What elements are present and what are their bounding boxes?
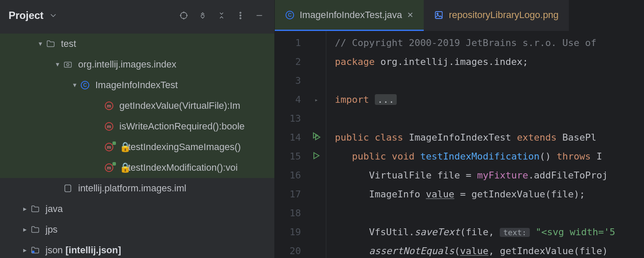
inlay-hint: text: xyxy=(500,228,530,237)
run-class-icon[interactable] xyxy=(312,128,321,147)
chevron-down-icon: ▾ xyxy=(70,81,79,89)
project-tool-window: Project ▾ xyxy=(0,0,275,258)
file-icon xyxy=(62,184,74,193)
tree-node-class[interactable]: ▾ C ImageInfoIndexTest xyxy=(0,75,274,95)
svg-rect-22 xyxy=(32,251,35,253)
svg-text:C: C xyxy=(83,82,87,88)
folder-icon xyxy=(29,225,41,234)
module-folder-icon xyxy=(29,246,41,255)
svg-rect-9 xyxy=(64,62,72,68)
tree-label: org.intellij.images.index xyxy=(78,59,176,70)
chevron-right-icon: ▸ xyxy=(21,205,29,213)
tree-node-test-folder[interactable]: ▾ test xyxy=(0,34,274,54)
project-panel-title[interactable]: Project xyxy=(9,9,60,22)
tree-label: testIndexingSameImages() xyxy=(128,141,241,153)
minimize-icon[interactable] xyxy=(253,9,266,22)
tree-label: isWriteActionRequired():boole xyxy=(119,121,245,132)
svg-text:C: C xyxy=(288,12,292,18)
tab-label: ImageInfoIndexTest.java xyxy=(300,9,402,21)
svg-text:m: m xyxy=(107,165,111,170)
fold-icon[interactable]: ▸ xyxy=(315,90,318,109)
project-tree[interactable]: ▾ test ▾ org.intellij.images.index ▾ C I… xyxy=(0,31,274,258)
chevron-down-icon: ▾ xyxy=(36,40,45,48)
image-icon xyxy=(434,10,444,20)
svg-text:m: m xyxy=(107,103,111,108)
class-icon: C xyxy=(285,10,295,20)
method-run-icon: m xyxy=(103,142,115,152)
tree-node-json-folder[interactable]: ▸ json [intellij.json] xyxy=(0,240,274,258)
svg-point-10 xyxy=(67,64,69,66)
svg-rect-21 xyxy=(65,185,71,192)
method-icon: m xyxy=(103,122,115,131)
code-editor[interactable]: 1 2 3 4 13 14 15 16 17 18 19 20 ▸ xyxy=(275,31,644,258)
svg-rect-25 xyxy=(435,12,442,18)
project-panel-header: Project xyxy=(0,0,274,31)
chevron-down-icon xyxy=(47,9,60,22)
tree-label: getIndexValue(VirtualFile):Im xyxy=(119,100,240,111)
tree-label: json [intellij.json] xyxy=(46,245,121,256)
svg-point-5 xyxy=(240,12,241,13)
tree-label: ImageInfoIndexTest xyxy=(95,80,178,91)
tree-node-java-folder[interactable]: ▸ java xyxy=(0,199,274,219)
class-icon: C xyxy=(79,80,91,90)
folder-icon xyxy=(29,204,41,214)
editor-tabs: C ImageInfoIndexTest.java ✕ repositoryLi… xyxy=(275,0,644,31)
collapse-all-icon[interactable] xyxy=(215,9,228,22)
tree-node-method[interactable]: m getIndexValue(VirtualFile):Im xyxy=(0,95,274,116)
tree-label: intellij.platform.images.iml xyxy=(78,183,186,194)
more-vertical-icon[interactable] xyxy=(234,9,247,22)
tree-label: java xyxy=(46,203,63,215)
tab-inactive-file[interactable]: repositoryLibraryLogo.png xyxy=(424,0,569,31)
method-icon: m xyxy=(103,101,115,111)
tree-node-method[interactable]: m isWriteActionRequired():boole xyxy=(0,116,274,137)
gutter-run-icons: ▸ xyxy=(307,31,326,258)
svg-text:m: m xyxy=(107,124,111,129)
tab-label: repositoryLibraryLogo.png xyxy=(449,9,559,21)
method-run-icon: m xyxy=(103,163,115,172)
code-content[interactable]: // Copyright 2000-2019 JetBrains s.r.o. … xyxy=(326,31,644,258)
tree-node-package[interactable]: ▾ org.intellij.images.index xyxy=(0,54,274,75)
run-test-icon[interactable] xyxy=(313,147,320,166)
package-icon xyxy=(62,60,74,69)
svg-point-0 xyxy=(181,12,187,19)
target-icon[interactable] xyxy=(177,9,190,22)
tree-node-test-method[interactable]: m 🔒 testIndexModification():voi xyxy=(0,157,274,178)
close-icon[interactable]: ✕ xyxy=(407,10,413,20)
svg-marker-29 xyxy=(314,153,319,159)
svg-point-6 xyxy=(240,15,241,16)
chevron-right-icon: ▸ xyxy=(21,246,29,254)
tab-active-file[interactable]: C ImageInfoIndexTest.java ✕ xyxy=(275,0,424,31)
chevron-right-icon: ▸ xyxy=(21,225,29,233)
tree-node-iml-file[interactable]: intellij.platform.images.iml xyxy=(0,178,274,199)
tree-label: jps xyxy=(46,224,58,235)
lock-icon: 🔒 xyxy=(119,162,125,173)
chevron-down-icon: ▾ xyxy=(53,60,62,68)
svg-point-26 xyxy=(437,13,438,14)
tree-label: test xyxy=(61,38,76,49)
panel-title-label: Project xyxy=(9,9,43,22)
svg-text:m: m xyxy=(107,144,111,150)
svg-point-7 xyxy=(240,18,241,19)
folder-icon xyxy=(45,39,57,49)
tree-label: testIndexModification():voi xyxy=(128,162,238,173)
gutter-line-numbers: 1 2 3 4 13 14 15 16 17 18 19 20 xyxy=(275,31,307,258)
tree-node-jps-folder[interactable]: ▸ jps xyxy=(0,219,274,240)
lock-icon: 🔒 xyxy=(119,141,125,153)
tree-node-test-method[interactable]: m 🔒 testIndexingSameImages() xyxy=(0,137,274,157)
expand-all-icon[interactable] xyxy=(196,9,209,22)
editor-area: C ImageInfoIndexTest.java ✕ repositoryLi… xyxy=(275,0,644,258)
